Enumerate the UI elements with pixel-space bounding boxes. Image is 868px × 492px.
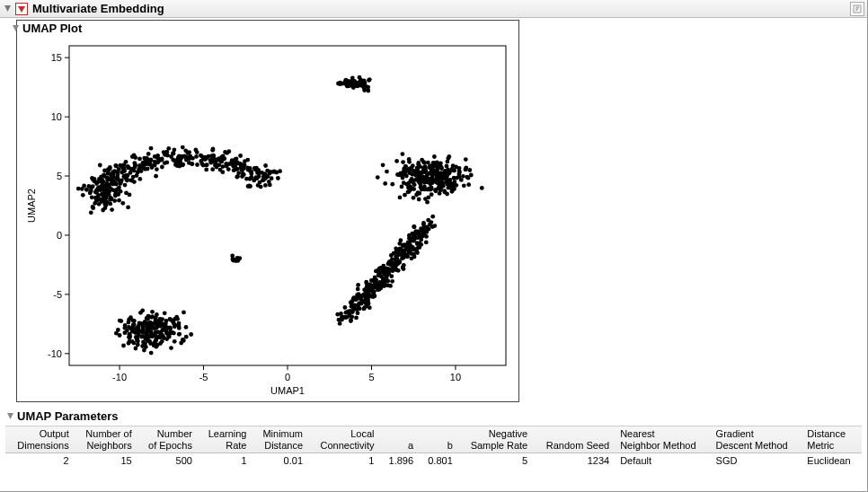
svg-point-639: [155, 323, 160, 328]
svg-point-392: [128, 178, 133, 182]
svg-text:-5: -5: [53, 289, 62, 300]
svg-point-600: [156, 330, 161, 335]
svg-point-1289: [447, 154, 451, 159]
svg-point-414: [126, 206, 130, 210]
svg-point-1119: [433, 188, 438, 192]
svg-point-399: [109, 178, 113, 182]
param-cell: 5: [458, 453, 533, 469]
svg-point-153: [195, 163, 199, 167]
umap-parameters-section-header[interactable]: UMAP Parameters: [5, 408, 862, 424]
svg-point-140: [263, 163, 268, 168]
svg-point-337: [94, 188, 99, 192]
svg-point-576: [150, 314, 155, 319]
svg-point-907: [390, 279, 394, 284]
menu-red-triangle-icon[interactable]: [15, 3, 28, 15]
svg-point-374: [195, 150, 199, 154]
svg-point-1019: [394, 250, 399, 254]
svg-point-1305: [233, 258, 237, 262]
svg-point-1140: [432, 154, 437, 159]
svg-point-266: [100, 192, 104, 197]
svg-point-1026: [383, 272, 387, 277]
svg-point-406: [116, 177, 120, 181]
svg-point-312: [123, 183, 128, 188]
svg-point-1034: [357, 302, 361, 306]
help-button[interactable]: [850, 2, 864, 16]
svg-point-616: [173, 323, 178, 328]
svg-point-1012: [394, 260, 398, 265]
svg-point-645: [179, 341, 183, 346]
plot-section-title: UMAP Plot: [22, 22, 82, 35]
svg-point-84: [120, 201, 125, 206]
svg-point-228: [194, 154, 199, 159]
svg-point-1126: [404, 174, 409, 179]
svg-point-1234: [462, 183, 466, 188]
svg-point-360: [276, 176, 280, 180]
svg-point-633: [154, 338, 158, 343]
svg-point-1002: [345, 314, 350, 319]
svg-point-636: [143, 337, 147, 341]
svg-point-1300: [230, 254, 235, 259]
svg-point-999: [430, 224, 435, 229]
svg-point-1286: [445, 177, 449, 181]
svg-point-1010: [412, 237, 416, 242]
svg-point-327: [175, 157, 180, 162]
disclosure-triangle-icon[interactable]: [3, 4, 13, 13]
params-header-cell: Numberof Epochs: [137, 426, 198, 453]
svg-point-281: [268, 183, 272, 188]
svg-point-330: [122, 163, 127, 167]
svg-point-1181: [466, 182, 471, 187]
svg-point-552: [189, 332, 193, 337]
svg-point-373: [127, 165, 131, 170]
svg-point-335: [117, 167, 121, 171]
svg-point-597: [145, 321, 149, 326]
svg-point-507: [121, 344, 126, 348]
svg-point-1036: [464, 157, 468, 162]
svg-point-1218: [381, 163, 385, 167]
svg-point-1117: [423, 164, 428, 169]
svg-point-12: [91, 184, 95, 189]
svg-point-343: [249, 176, 253, 180]
svg-point-961: [360, 294, 365, 298]
svg-point-587: [132, 322, 137, 327]
svg-point-380: [234, 167, 238, 171]
svg-point-395: [190, 162, 194, 166]
svg-point-549: [155, 312, 159, 317]
svg-point-969: [419, 242, 423, 247]
svg-point-282: [270, 176, 274, 180]
svg-point-345: [164, 150, 169, 154]
svg-point-1277: [464, 167, 468, 171]
svg-point-1233: [435, 170, 439, 174]
svg-point-640: [172, 331, 176, 336]
svg-point-929: [394, 256, 399, 260]
svg-point-409: [265, 175, 270, 180]
svg-point-707: [365, 84, 369, 89]
svg-point-1032: [401, 256, 405, 260]
params-header-cell: MinimumDistance: [252, 426, 309, 453]
svg-point-313: [101, 208, 105, 213]
svg-point-615: [149, 329, 154, 334]
svg-point-1275: [408, 167, 412, 171]
svg-text:5: 5: [57, 171, 62, 181]
svg-point-970: [421, 221, 426, 225]
svg-point-397: [155, 156, 160, 161]
svg-point-357: [113, 163, 118, 168]
svg-point-1029: [356, 295, 360, 300]
svg-point-1007: [341, 315, 346, 320]
svg-point-1283: [417, 173, 421, 178]
svg-point-607: [137, 329, 142, 334]
svg-point-359: [211, 147, 216, 152]
svg-point-1005: [419, 226, 423, 231]
svg-point-578: [141, 329, 146, 334]
svg-point-1182: [430, 177, 435, 181]
umap-plot[interactable]: -10-50510-10-5051015UMAP1UMAP2: [22, 40, 513, 400]
svg-point-1206: [414, 193, 419, 198]
svg-point-560: [159, 321, 164, 325]
svg-text:10: 10: [51, 111, 62, 122]
svg-point-574: [125, 329, 129, 333]
svg-point-1033: [365, 295, 369, 300]
params-header-cell: LearningRate: [198, 426, 252, 453]
params-header-cell: NearestNeighbor Method: [615, 426, 710, 453]
svg-point-947: [343, 305, 348, 310]
svg-point-1023: [413, 229, 418, 233]
svg-point-1282: [438, 187, 443, 191]
